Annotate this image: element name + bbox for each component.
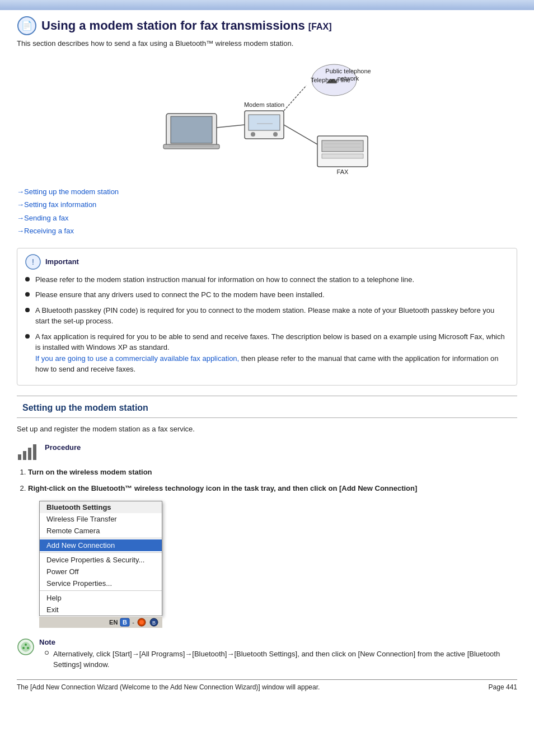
important-icon: ! [25,254,41,270]
menu-separator-1 [40,538,162,538]
menu-item-exit[interactable]: Exit [40,604,162,616]
svg-text:📄: 📄 [21,20,32,31]
bullet-dot-2 [25,292,30,297]
important-title: Important [45,257,79,266]
bullet-text-3: A Bluetooth passkey (PIN code) is requir… [35,305,509,327]
svg-rect-3 [163,144,219,149]
svg-point-31 [139,620,144,624]
svg-rect-4 [171,116,212,143]
menu-separator-3 [40,590,162,591]
bullet-3: A Bluetooth passkey (PIN code) is requir… [25,305,509,327]
menu-item-service-properties[interactable]: Service Properties... [40,577,162,589]
taskbar-dash: - [132,619,134,626]
menu-item-device-properties[interactable]: Device Properties & Security... [40,554,162,566]
nav-link-sending[interactable]: →Sending a fax [17,212,517,224]
svg-point-35 [25,644,27,646]
bullet-dot-4 [25,334,30,339]
title-row: 📄 Using a modem station for fax transmis… [17,16,517,36]
bluetooth-taskbar-icon: B [120,618,130,627]
bullet-4: A fax application is required for you to… [25,331,509,375]
step-1: Turn on the wireless modem station [28,467,517,478]
public-telephone-label: Public telephone [325,68,371,74]
svg-rect-25 [23,451,26,460]
svg-point-8 [251,132,255,137]
blue-link-text: If you are going to use a commercially a… [35,354,239,363]
menu-item-power-off[interactable]: Power Off [40,566,162,577]
nav-link-receiving[interactable]: →Receiving a fax [17,224,517,237]
svg-text:network: network [338,75,359,82]
page-container: 📄 Using a modem station for fax transmis… [0,10,534,702]
taskbar-strip: EN B - B [39,616,162,628]
context-menu-container: Bluetooth Settings Wireless File Transfe… [39,501,162,628]
diagram-area: ☁ Modem station Telephone line Public te… [17,58,517,175]
bullet-text-4: A fax application is required for you to… [35,331,509,375]
note-content-area: Note Alternatively, click [Start]→[All P… [39,638,517,670]
menu-item-remote-camera[interactable]: Remote Camera [40,525,162,537]
note-text-1: Alternatively, click [Start]→[All Progra… [53,649,517,670]
step-1-text: Turn on the wireless modem station [28,468,152,476]
menu-separator-2 [40,552,162,553]
svg-rect-27 [33,444,36,460]
section-heading: Setting up the modem station [17,403,517,413]
svg-text:!: ! [32,257,34,266]
fax-label: FAX [337,168,349,175]
menu-item-help[interactable]: Help [40,592,162,604]
footer-bar: The [Add New Connection Wizard (Welcome … [17,679,517,691]
section-description: Set up and register the modem station as… [17,425,517,433]
taskbar-icon-2 [137,618,147,627]
page-number: Page 441 [489,683,517,691]
taskbar-icons: EN B - B [109,618,159,627]
subtitle: This section describes how to send a fax… [17,39,517,48]
svg-rect-15 [322,140,363,152]
step-2: Right-click on the Bluetooth™ wireless t… [28,483,517,494]
bullet-dot-1 [25,277,30,281]
svg-line-11 [284,86,306,111]
menu-item-wireless-file-transfer[interactable]: Wireless File Transfer [40,513,162,525]
taskbar-lang: EN [109,619,118,626]
top-bar [0,0,534,10]
nav-link-fax-info[interactable]: →Setting fax information [17,198,517,211]
svg-point-37 [27,647,29,649]
important-bullets: Please refer to the modem station instru… [25,274,509,375]
section-divider-1 [17,396,517,396]
context-menu: Bluetooth Settings Wireless File Transfe… [39,501,162,616]
taskbar-icon-3: B [149,618,159,627]
svg-text:B: B [123,619,127,626]
menu-item-bluetooth-settings[interactable]: Bluetooth Settings [40,501,162,513]
bullet-text-2: Please ensure that any drivers used to c… [35,289,325,300]
svg-text:B: B [152,620,156,626]
procedure-title: Procedure [45,443,81,452]
page-title: Using a modem station for fax transmissi… [41,18,332,33]
step-2-text: Right-click on the Bluetooth™ wireless t… [28,484,417,492]
note-title: Note [39,638,517,646]
modem-station-label: Modem station [244,101,284,108]
svg-line-19 [217,125,245,128]
nav-links: →Setting up the modem station →Setting f… [17,185,517,238]
procedure-icon [17,443,39,461]
note-bullet-1: Alternatively, click [Start]→[All Progra… [45,649,517,670]
page-icon: 📄 [17,16,37,36]
menu-item-add-new-connection[interactable]: Add New Connection [40,539,162,551]
important-header: ! Important [25,254,509,270]
note-circle-1 [45,651,49,655]
svg-rect-26 [28,448,31,460]
procedure-box: Procedure [17,443,517,461]
section-divider-2 [17,417,517,418]
note-box: Note Alternatively, click [Start]→[All P… [17,638,517,670]
svg-rect-7 [249,115,280,130]
svg-rect-24 [18,454,21,460]
bullet-2: Please ensure that any drivers used to c… [25,289,509,300]
context-menu-wrapper: Bluetooth Settings Wireless File Transfe… [39,501,517,628]
bullet-dot-3 [25,308,30,312]
important-box: ! Important Please refer to the modem st… [17,248,517,386]
svg-point-36 [22,647,25,649]
svg-point-9 [273,132,278,137]
svg-line-20 [284,125,317,144]
footer-text: The [Add New Connection Wizard (Welcome … [17,683,320,691]
bullet-1: Please refer to the modem station instru… [25,274,509,285]
bullet-text-1: Please refer to the modem station instru… [35,274,414,285]
note-icon [17,638,35,656]
steps-list: Turn on the wireless modem station Right… [17,467,517,494]
nav-link-setting-modem[interactable]: →Setting up the modem station [17,185,517,198]
diagram-svg: ☁ Modem station Telephone line Public te… [133,58,401,175]
